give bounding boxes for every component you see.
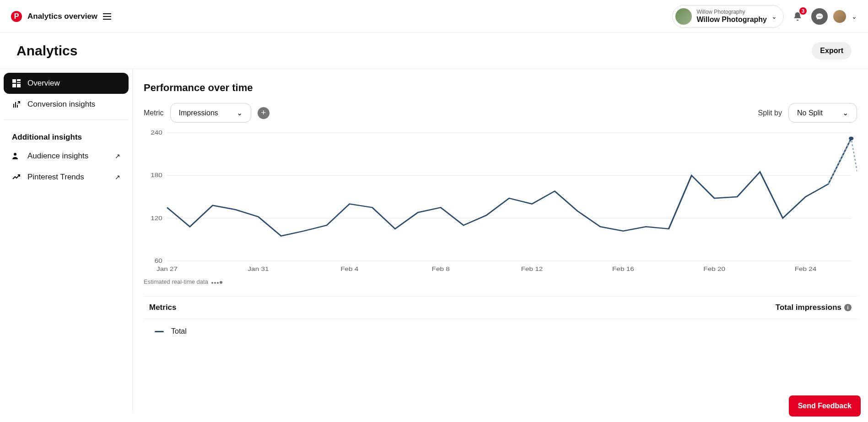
notification-badge: 3	[799, 7, 807, 15]
svg-text:Feb 8: Feb 8	[432, 266, 450, 272]
account-subtitle: Willow Photography	[696, 9, 767, 15]
topbar-left: P Analytics overview	[11, 11, 111, 22]
svg-text:Jan 27: Jan 27	[156, 266, 178, 272]
svg-text:240: 240	[151, 130, 162, 136]
topbar: P Analytics overview Willow Photography …	[0, 0, 868, 33]
svg-point-2	[820, 16, 821, 16]
chevron-down-icon: ⌄	[842, 108, 848, 117]
total-impressions-heading: Total impressions i	[776, 303, 852, 312]
svg-text:Feb 4: Feb 4	[340, 266, 359, 272]
svg-text:Feb 16: Feb 16	[612, 266, 634, 272]
user-avatar[interactable]	[833, 10, 846, 23]
external-link-icon: ↗	[115, 152, 120, 160]
trends-icon	[12, 173, 21, 182]
svg-text:Feb 20: Feb 20	[703, 266, 725, 272]
info-icon[interactable]: i	[844, 304, 852, 311]
legend-swatch	[155, 331, 164, 332]
user-menu-chevron-icon[interactable]: ⌄	[852, 13, 857, 20]
send-feedback-button[interactable]: Send Feedback	[789, 395, 861, 413]
metric-dropdown[interactable]: Impressions ⌄	[170, 103, 251, 123]
svg-text:Feb 24: Feb 24	[795, 266, 817, 272]
sidebar-item-label: Overview	[27, 79, 60, 88]
svg-text:120: 120	[151, 215, 162, 221]
sidebar: Overview Conversion insights Additional …	[0, 69, 133, 413]
sidebar-item-trends[interactable]: Pinterest Trends ↗	[4, 167, 129, 188]
svg-rect-7	[17, 84, 21, 87]
content: Performance over time Metric Impressions…	[133, 69, 868, 413]
svg-point-25	[849, 136, 853, 140]
svg-rect-6	[12, 84, 16, 87]
svg-rect-5	[17, 82, 21, 83]
topbar-right: Willow Photography Willow Photography ⌄ …	[672, 5, 857, 28]
svg-point-0	[818, 16, 819, 16]
external-link-icon: ↗	[115, 173, 120, 181]
line-chart[interactable]: 60120180240Jan 27Jan 31Feb 4Feb 8Feb 12F…	[144, 128, 857, 275]
sidebar-item-label: Audience insights	[27, 151, 88, 161]
performance-heading: Performance over time	[144, 82, 857, 94]
sidebar-item-label: Conversion insights	[27, 100, 95, 109]
legend-label: Total	[171, 327, 187, 335]
controls-left: Metric Impressions ⌄ +	[144, 103, 270, 123]
menu-icon[interactable]	[103, 13, 111, 20]
svg-text:60: 60	[155, 258, 162, 264]
sidebar-item-label: Pinterest Trends	[27, 173, 84, 182]
realtime-label: Estimated real-time data	[144, 278, 857, 285]
svg-rect-3	[12, 79, 16, 83]
header: Analytics Export	[0, 33, 868, 69]
sidebar-section-heading: Additional insights	[4, 124, 129, 146]
dotted-indicator-icon	[211, 278, 223, 285]
messages-button[interactable]	[811, 8, 828, 25]
metrics-header-row: Metrics Total impressions i	[144, 296, 857, 319]
svg-text:Jan 31: Jan 31	[248, 266, 269, 272]
grid-icon	[12, 79, 21, 88]
split-dropdown-value: No Split	[797, 109, 823, 117]
account-text: Willow Photography Willow Photography	[696, 9, 767, 24]
main: Overview Conversion insights Additional …	[0, 69, 868, 413]
page-context-title: Analytics overview	[27, 12, 97, 21]
split-dropdown[interactable]: No Split ⌄	[788, 103, 857, 123]
page-title: Analytics	[16, 43, 77, 59]
svg-text:Feb 12: Feb 12	[521, 266, 543, 272]
export-button[interactable]: Export	[812, 42, 852, 60]
svg-rect-4	[17, 79, 21, 81]
chart-container: 60120180240Jan 27Jan 31Feb 4Feb 8Feb 12F…	[144, 128, 857, 275]
sidebar-item-overview[interactable]: Overview	[4, 73, 129, 94]
chevron-down-icon: ⌄	[771, 13, 777, 20]
notifications-button[interactable]: 3	[789, 8, 806, 25]
divider	[4, 119, 129, 120]
controls-right: Split by No Split ⌄	[758, 103, 857, 123]
pinterest-logo-icon[interactable]: P	[11, 11, 22, 22]
metric-dropdown-value: Impressions	[179, 109, 218, 117]
chart-controls: Metric Impressions ⌄ + Split by No Split…	[144, 103, 857, 123]
realtime-text: Estimated real-time data	[144, 278, 208, 285]
total-impressions-label: Total impressions	[776, 303, 841, 312]
split-label: Split by	[758, 109, 782, 117]
legend-row-total: Total	[144, 319, 857, 344]
svg-point-1	[819, 16, 820, 16]
account-name: Willow Photography	[696, 15, 767, 24]
sidebar-item-audience[interactable]: Audience insights ↗	[4, 146, 129, 167]
metric-label: Metric	[144, 109, 164, 117]
account-avatar	[675, 8, 692, 25]
chevron-down-icon: ⌄	[237, 108, 243, 117]
account-switcher[interactable]: Willow Photography Willow Photography ⌄	[672, 5, 784, 28]
audience-icon	[12, 151, 21, 161]
add-metric-button[interactable]: +	[258, 107, 270, 119]
sidebar-item-conversion[interactable]: Conversion insights	[4, 94, 129, 115]
conversion-icon	[12, 100, 21, 109]
metrics-heading: Metrics	[149, 303, 177, 312]
svg-point-8	[14, 153, 16, 156]
svg-text:180: 180	[151, 173, 162, 179]
